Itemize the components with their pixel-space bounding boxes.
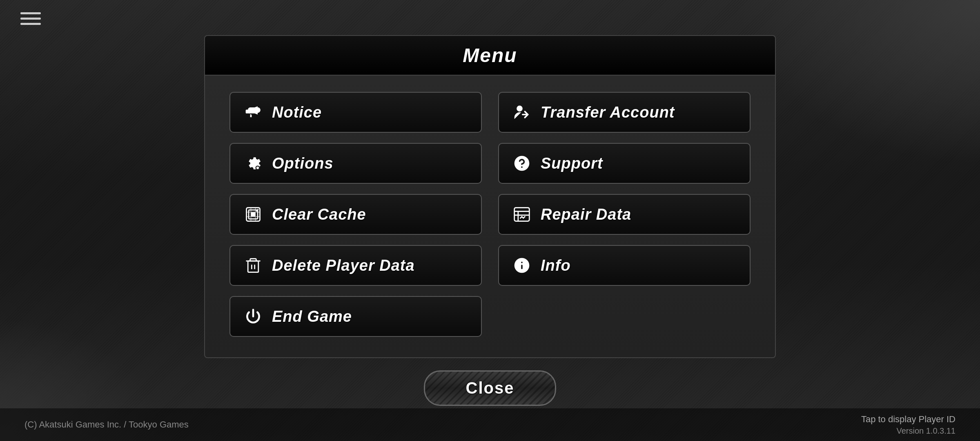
gear-icon: [243, 153, 264, 174]
transfer-account-button[interactable]: Transfer Account: [498, 92, 751, 133]
transfer-account-label: Transfer Account: [541, 104, 675, 121]
menu-title: Menu: [463, 45, 517, 66]
end-game-button[interactable]: End Game: [229, 296, 482, 337]
hamburger-line-3: [20, 23, 41, 25]
button-row-3: Clear Cache Repair Data: [229, 194, 751, 235]
info-label: Info: [541, 257, 571, 274]
close-button[interactable]: Close: [424, 370, 557, 406]
delete-player-data-label: Delete Player Data: [272, 257, 415, 274]
menu-title-bar: Menu: [204, 35, 776, 76]
transfer-icon: [511, 102, 532, 123]
close-button-wrap: Close: [424, 370, 557, 406]
question-icon: [511, 153, 532, 174]
trash-icon: [243, 255, 264, 276]
end-game-label: End Game: [272, 308, 352, 325]
button-row-5: End Game: [229, 296, 751, 337]
hamburger-menu[interactable]: [20, 12, 41, 25]
svg-point-16: [521, 262, 523, 263]
svg-point-0: [517, 106, 523, 112]
button-row-1: Notice Transfer Account: [229, 92, 751, 133]
options-label: Options: [272, 155, 334, 172]
hamburger-line-2: [20, 18, 41, 20]
repair-data-button[interactable]: Repair Data: [498, 194, 751, 235]
version-text: Version 1.0.3.11: [896, 426, 956, 436]
delete-player-data-button[interactable]: Delete Player Data: [229, 245, 482, 286]
tap-player-id[interactable]: Tap to display Player ID: [861, 414, 956, 425]
cache-icon: [243, 204, 264, 225]
svg-point-2: [256, 166, 259, 169]
repair-icon: [511, 204, 532, 225]
menu-panel: Menu Notice: [204, 35, 776, 406]
bottom-bar: (C) Akatsuki Games Inc. / Tookyo Games T…: [0, 408, 980, 441]
notice-label: Notice: [272, 104, 322, 121]
hamburger-line-1: [20, 12, 41, 14]
notice-button[interactable]: Notice: [229, 92, 482, 133]
bottom-right: Tap to display Player ID Version 1.0.3.1…: [861, 414, 956, 436]
svg-rect-11: [248, 261, 258, 272]
repair-data-label: Repair Data: [541, 206, 631, 223]
copyright-text: (C) Akatsuki Games Inc. / Tookyo Games: [24, 419, 189, 430]
buttons-area: Notice Transfer Account: [204, 76, 776, 358]
support-label: Support: [541, 155, 603, 172]
support-button[interactable]: Support: [498, 143, 751, 184]
clear-cache-button[interactable]: Clear Cache: [229, 194, 482, 235]
button-row-2: Options Support: [229, 143, 751, 184]
clear-cache-label: Clear Cache: [272, 206, 366, 223]
megaphone-icon: [243, 102, 264, 123]
power-icon: [243, 306, 264, 327]
svg-rect-7: [514, 208, 530, 221]
info-button[interactable]: Info: [498, 245, 751, 286]
options-button[interactable]: Options: [229, 143, 482, 184]
close-label: Close: [466, 379, 514, 397]
svg-point-4: [521, 166, 523, 168]
info-icon: [511, 255, 532, 276]
button-row-4: Delete Player Data Info: [229, 245, 751, 286]
